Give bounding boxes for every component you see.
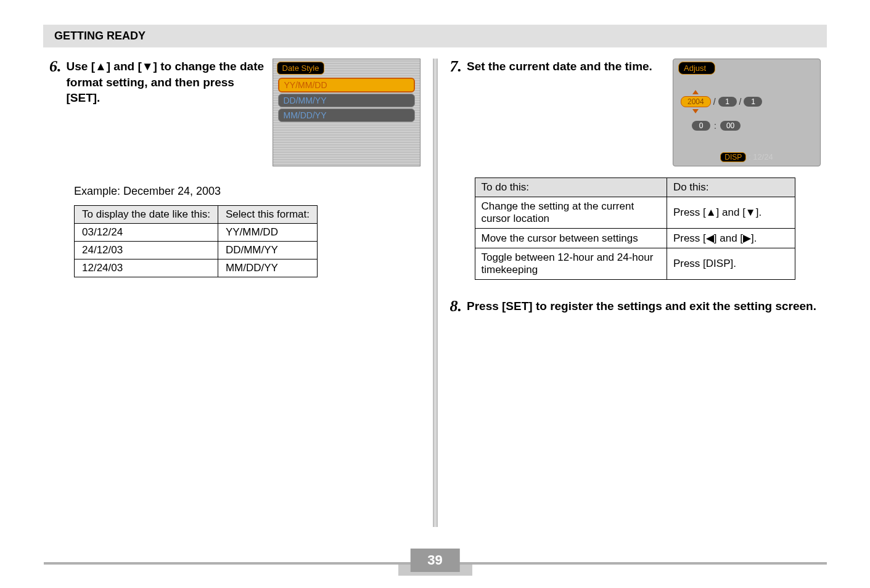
screen-title: Adjust [678, 62, 715, 75]
format-option: MM/DD/YY [278, 108, 415, 122]
cell: Press [DISP]. [667, 248, 795, 280]
month-field: 1 [718, 97, 737, 107]
table-row: Toggle between 12-hour and 24-hour timek… [475, 248, 795, 280]
step-text: Press [SET] to register the settings and… [467, 298, 821, 314]
cell: MM/DD/YY [218, 259, 317, 277]
cell: Press [▲] and [▼]. [667, 197, 795, 229]
table-row: 24/12/03 DD/MM/YY [75, 242, 318, 259]
step-number: 7. [450, 59, 462, 75]
step-number: 8. [450, 298, 462, 314]
cell: Change the setting at the current cursor… [475, 197, 667, 229]
format-option-selected: YY/MM/DD [278, 78, 415, 92]
step-7: 7. Set the current date and the time. Ad… [450, 59, 821, 166]
example-label: Example: December 24, 2003 [74, 185, 421, 198]
table-header: Select this format: [218, 206, 317, 224]
step-number: 6. [49, 59, 62, 75]
hour-field: 0 [692, 121, 710, 131]
adjust-screen: Adjust 2004 / 1 / 1 0 : [673, 59, 821, 166]
left-column: 6. Use [▲] and [▼] to change the date fo… [43, 59, 427, 527]
two-column-layout: 6. Use [▲] and [▼] to change the date fo… [43, 59, 827, 527]
arrow-down-icon [692, 109, 699, 113]
actions-table: To do this: Do this: Change the setting … [475, 178, 795, 280]
step-text: Set the current date and the time. [467, 59, 668, 75]
table-header: To do this: [475, 178, 667, 197]
table-row: 03/12/24 YY/MM/DD [75, 224, 318, 242]
step-text: Use [▲] and [▼] to change the date forma… [67, 59, 268, 106]
table-row: 12/24/03 MM/DD/YY [75, 259, 318, 277]
step-6: 6. Use [▲] and [▼] to change the date fo… [49, 59, 421, 166]
minute-field: 00 [720, 121, 741, 131]
table-row: Change the setting at the current cursor… [475, 197, 795, 229]
date-style-screen: Date Style YY/MM/DD DD/MM/YY MM/DD/YY [273, 59, 421, 166]
column-divider [427, 59, 444, 527]
step-8: 8. Press [SET] to register the settings … [450, 298, 821, 314]
cell: YY/MM/DD [218, 224, 317, 242]
cell: Move the cursor between settings [475, 229, 667, 248]
arrow-up-icon [692, 90, 699, 94]
page-footer: 39 [0, 562, 870, 576]
page-number: 39 [410, 549, 459, 572]
time-format-label: : 12/24 [749, 152, 773, 161]
cell: Press [◀] and [▶]. [667, 229, 795, 248]
cell: 24/12/03 [75, 242, 218, 259]
right-column: 7. Set the current date and the time. Ad… [444, 59, 827, 527]
table-header: Do this: [667, 178, 795, 197]
year-field: 2004 [681, 96, 711, 107]
format-option: DD/MM/YY [278, 94, 415, 107]
cell: 12/24/03 [75, 259, 218, 277]
cell: DD/MM/YY [218, 242, 317, 259]
date-format-table: To display the date like this: Select th… [74, 205, 318, 277]
day-field: 1 [744, 97, 762, 107]
table-header: To display the date like this: [75, 206, 218, 224]
cell: 03/12/24 [75, 224, 218, 242]
disp-button-icon: DISP [720, 152, 746, 162]
screen-title: Date Style [277, 62, 325, 75]
section-header: GETTING READY [43, 25, 827, 47]
table-row: Move the cursor between settings Press [… [475, 229, 795, 248]
cell: Toggle between 12-hour and 24-hour timek… [475, 248, 667, 280]
